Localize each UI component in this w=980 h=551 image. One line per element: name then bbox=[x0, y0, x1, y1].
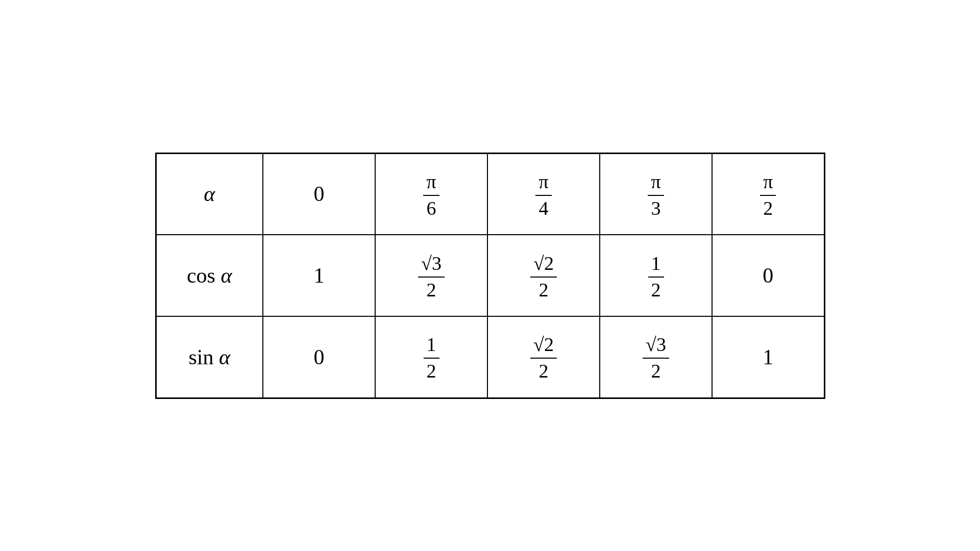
col2-header: π 6 bbox=[375, 153, 487, 235]
sqrt-numerator: √3 bbox=[643, 334, 669, 359]
alpha-symbol: α bbox=[204, 182, 215, 206]
sqrt-denominator: 2 bbox=[423, 278, 439, 301]
fraction-denominator: 6 bbox=[424, 196, 439, 219]
fraction-denominator: 3 bbox=[648, 196, 664, 219]
col4-header: π 3 bbox=[600, 153, 712, 235]
sqrt-denominator: 2 bbox=[535, 278, 551, 301]
cos-label: cos α bbox=[156, 235, 263, 316]
table-row: cos α 1 √3 2 √2 2 1 2 bbox=[156, 235, 824, 316]
sqrt-numerator: √2 bbox=[530, 253, 557, 278]
table-row: α 0 π 6 π 4 π 3 bbox=[156, 153, 824, 235]
fraction-numerator: 1 bbox=[648, 253, 664, 278]
cos-col3: √2 2 bbox=[487, 235, 600, 316]
fraction-numerator: π bbox=[648, 171, 664, 196]
value-0: 0 bbox=[314, 182, 325, 206]
sqrt3-over-2-sin: √3 2 bbox=[643, 334, 669, 382]
sqrt-numerator: √2 bbox=[530, 334, 557, 359]
trig-table: α 0 π 6 π 4 π 3 bbox=[155, 153, 825, 399]
value-zero: 0 bbox=[763, 264, 773, 287]
col3-header: π 4 bbox=[487, 153, 600, 235]
fraction-numerator: 1 bbox=[424, 334, 439, 359]
trig-table-container: α 0 π 6 π 4 π 3 bbox=[155, 153, 825, 399]
cos-alpha-text: cos α bbox=[187, 264, 232, 287]
one-half-sin: 1 2 bbox=[424, 334, 439, 382]
cos-col2: √3 2 bbox=[375, 235, 487, 316]
one-half: 1 2 bbox=[648, 253, 664, 301]
sin-label: sin α bbox=[156, 316, 263, 398]
value-1: 1 bbox=[314, 264, 325, 287]
sqrt-numerator: √3 bbox=[418, 253, 445, 278]
col5-header: π 2 bbox=[712, 153, 824, 235]
col1-header: 0 bbox=[263, 153, 375, 235]
sin-col5: 1 bbox=[712, 316, 824, 398]
sin-alpha-text: sin α bbox=[188, 345, 230, 369]
cos-col4: 1 2 bbox=[600, 235, 712, 316]
fraction-denominator: 4 bbox=[536, 196, 552, 219]
fraction-denominator: 2 bbox=[760, 196, 776, 219]
cos-col1: 1 bbox=[263, 235, 375, 316]
sqrt-denominator: 2 bbox=[648, 359, 664, 382]
sqrt2-over-2-sin: √2 2 bbox=[530, 334, 557, 382]
sin-col3: √2 2 bbox=[487, 316, 600, 398]
fraction-denominator: 2 bbox=[424, 359, 439, 382]
fraction-numerator: π bbox=[535, 171, 551, 196]
header-label: α bbox=[156, 153, 263, 235]
pi-over-2: π 2 bbox=[760, 171, 776, 219]
value-one: 1 bbox=[763, 345, 773, 369]
pi-over-3: π 3 bbox=[648, 171, 664, 219]
pi-over-6: π 6 bbox=[423, 171, 439, 219]
sin-col4: √3 2 bbox=[600, 316, 712, 398]
sqrt2-over-2: √2 2 bbox=[530, 253, 557, 301]
sin-col1: 0 bbox=[263, 316, 375, 398]
sqrt-denominator: 2 bbox=[535, 359, 551, 382]
fraction-numerator: π bbox=[423, 171, 439, 196]
table-row: sin α 0 1 2 √2 2 √3 2 bbox=[156, 316, 824, 398]
fraction-denominator: 2 bbox=[648, 278, 664, 301]
cos-col5: 0 bbox=[712, 235, 824, 316]
sin-col2: 1 2 bbox=[375, 316, 487, 398]
value-zero: 0 bbox=[314, 345, 325, 369]
fraction-numerator: π bbox=[760, 171, 776, 196]
sqrt3-over-2: √3 2 bbox=[418, 253, 445, 301]
pi-over-4: π 4 bbox=[535, 171, 551, 219]
